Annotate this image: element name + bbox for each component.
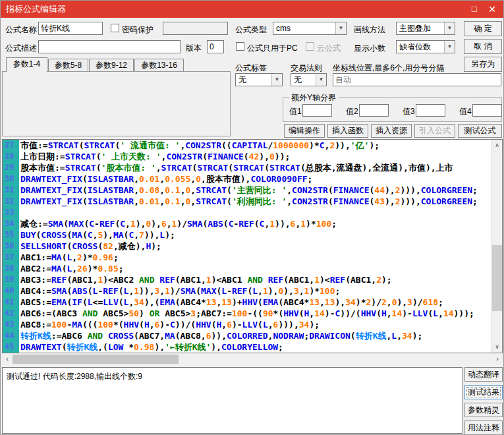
trade-rule-select[interactable]: 无 ▼: [291, 73, 327, 86]
horizontal-scroll-thumb[interactable]: [13, 355, 179, 364]
y-axis-value4-input[interactable]: [472, 104, 502, 117]
scroll-right-icon[interactable]: ›: [492, 354, 503, 364]
titlebar: 指标公式编辑器 □ ✕: [1, 1, 504, 18]
pc-only-label: 公式只用于PC: [247, 43, 298, 54]
cloud-formula-checkbox[interactable]: [306, 42, 314, 51]
code-line: ABC8:=100-MA(((100*(HHV(H,6)-C))/(HHV(H,…: [20, 319, 491, 330]
draw-method-select[interactable]: 主图叠加 ▼: [396, 22, 455, 35]
insert-function-button[interactable]: 插入函数: [327, 124, 368, 138]
formula-desc-input[interactable]: [38, 40, 181, 53]
version-input[interactable]: [207, 40, 224, 53]
chevron-down-icon: ▼: [444, 41, 455, 53]
y-axis-group-title: 额外Y轴分界: [289, 92, 338, 103]
decimal-select[interactable]: 缺省位数 ▼: [396, 40, 455, 53]
cancel-button[interactable]: 取 消: [464, 39, 502, 54]
usage-note-button[interactable]: 用法注释: [464, 420, 503, 435]
horizontal-scrollbar[interactable]: ‹ ›: [2, 354, 503, 364]
ok-button[interactable]: 确 定: [464, 21, 502, 36]
tab-params-13-16[interactable]: 参数13-16: [134, 59, 184, 71]
y-axis-value4-label: 值4: [459, 106, 472, 117]
draw-method-label: 画线方法: [354, 24, 385, 36]
window-title: 指标公式编辑器: [6, 1, 66, 18]
decimal-value: 缺省位数: [399, 41, 431, 53]
line-number: 43: [3, 319, 19, 330]
line-number: 31: [3, 185, 19, 196]
coord-line-input[interactable]: [333, 73, 501, 86]
password-input[interactable]: [163, 22, 228, 35]
code-line: DRAWTEXT(转折K线,(LOW *0.98),'←转折K线'),COLOR…: [20, 341, 491, 353]
coord-line-label: 坐标线位置,最多6个,用分号分隔: [333, 63, 444, 74]
line-number: 33: [3, 207, 19, 218]
line-number: 28: [3, 151, 19, 162]
param-tab-panel: [2, 71, 231, 136]
import-formula-button[interactable]: 引入公式: [414, 124, 455, 138]
maximize-icon[interactable]: □: [467, 3, 482, 16]
code-line: DRAWTEXT_FIX(ISLASTBAR,0.01,0.055,0,股本市值…: [20, 173, 491, 185]
draw-method-value: 主图叠加: [399, 22, 431, 34]
chevron-down-icon: ▼: [335, 22, 346, 34]
formula-type-value: cms: [276, 22, 291, 34]
save-as-button[interactable]: 另存为: [464, 57, 502, 72]
code-line: [20, 207, 491, 218]
test-result-button[interactable]: 测试结果: [464, 385, 503, 399]
pc-only-checkbox[interactable]: [236, 42, 244, 51]
editor-code[interactable]: 市值:=STRCAT(STRCAT(' 流通市值: ',CON2STR((CAP…: [20, 140, 491, 353]
formula-type-select[interactable]: cms ▼: [273, 22, 347, 35]
insert-resource-button[interactable]: 插入资源: [371, 124, 412, 138]
tab-params-9-12[interactable]: 参数9-12: [89, 59, 134, 71]
chevron-down-icon: ▼: [271, 74, 282, 86]
line-number: 29: [3, 162, 19, 173]
code-line: 减仓:=SMA(MAX(C-REF(C,1),0),6,1)/SMA(ABS(C…: [20, 218, 491, 229]
param-wizard-button[interactable]: 参数精灵: [464, 403, 503, 417]
scroll-down-icon[interactable]: ∨: [491, 341, 503, 353]
code-line: 股本市值:=STRCAT('股本市值: ',STRCAT(STRCAT(STRC…: [20, 162, 491, 173]
cloud-formula-label: 云公式: [317, 43, 341, 54]
edit-operation-button[interactable]: 编辑操作: [284, 124, 325, 138]
y-axis-value3-label: 值3: [403, 106, 415, 117]
chevron-down-icon: ▼: [316, 74, 326, 86]
line-number: 41: [3, 297, 19, 308]
scroll-up-icon[interactable]: ∧: [491, 140, 503, 151]
y-axis-value2-input[interactable]: [359, 104, 389, 117]
y-axis-value3-input[interactable]: [416, 104, 445, 117]
formula-tag-select[interactable]: 无 ▼: [235, 73, 283, 86]
formula-name-label: 公式名称: [5, 24, 37, 36]
y-axis-value1-input[interactable]: [302, 104, 332, 117]
code-line: ABC4:=SMA(ABS(L-REF(L,1)),3,1)/SMA(MAX(L…: [20, 285, 491, 297]
chevron-down-icon: ▼: [444, 22, 455, 34]
editor-gutter: 27282930313233343536373839404142434445: [3, 140, 19, 353]
y-axis-value1-label: 值1: [289, 106, 302, 117]
tab-params-1-4[interactable]: 参数1-4: [6, 57, 47, 72]
formula-tag-value: 无: [238, 74, 246, 86]
code-line: ABC1:=MA(L,2)*0.96;: [20, 252, 491, 263]
version-label: 版本: [186, 43, 202, 54]
vertical-scroll-thumb[interactable]: [492, 245, 502, 311]
close-icon[interactable]: ✕: [485, 3, 499, 16]
formula-desc-label: 公式描述: [5, 43, 37, 54]
password-checkbox[interactable]: [111, 24, 119, 32]
code-editor[interactable]: 27282930313233343536373839404142434445 市…: [2, 139, 503, 353]
formula-type-label: 公式类型: [235, 24, 267, 36]
y-axis-value2-label: 值2: [346, 106, 358, 117]
scroll-left-icon[interactable]: ‹: [2, 354, 13, 364]
code-line: BUY(CROSS(MA(C,5),MA(C,7)),L);: [20, 229, 491, 241]
line-number: 27: [3, 140, 19, 151]
status-panel: 测试通过! 代码长度:2988,输出线个数:9: [2, 367, 462, 434]
formula-editor-window: 指标公式编辑器 □ ✕ 公式名称 密码保护 公式类型 cms ▼ 画线方法 主图…: [0, 0, 504, 435]
line-number: 34: [3, 218, 19, 229]
code-line: 上市日期:=STRCAT(' 上市天数: ',CON2STR(FINANCE(4…: [20, 151, 491, 162]
code-line: ABC2:=MA(L,26)*0.85;: [20, 263, 491, 274]
vertical-scrollbar[interactable]: ∧ ∨: [491, 140, 502, 353]
test-formula-button[interactable]: 测试公式: [458, 124, 502, 138]
status-message: 测试通过! 代码长度:2988,输出线个数:9: [7, 372, 142, 381]
line-number: 30: [3, 173, 19, 185]
line-number: 45: [3, 341, 19, 353]
trade-rule-label: 交易法则: [291, 63, 322, 74]
tab-params-5-8[interactable]: 参数5-8: [48, 59, 88, 71]
formula-tag-label: 公式标签: [235, 63, 267, 74]
decimal-label: 显示小数: [354, 43, 385, 54]
line-number: 40: [3, 285, 19, 297]
code-line: DRAWTEXT_FIX(ISLASTBAR,0.01,0.1,0,STRCAT…: [20, 196, 491, 207]
formula-name-input[interactable]: [38, 22, 103, 35]
dynamic-translate-button[interactable]: 动态翻译: [464, 367, 503, 382]
